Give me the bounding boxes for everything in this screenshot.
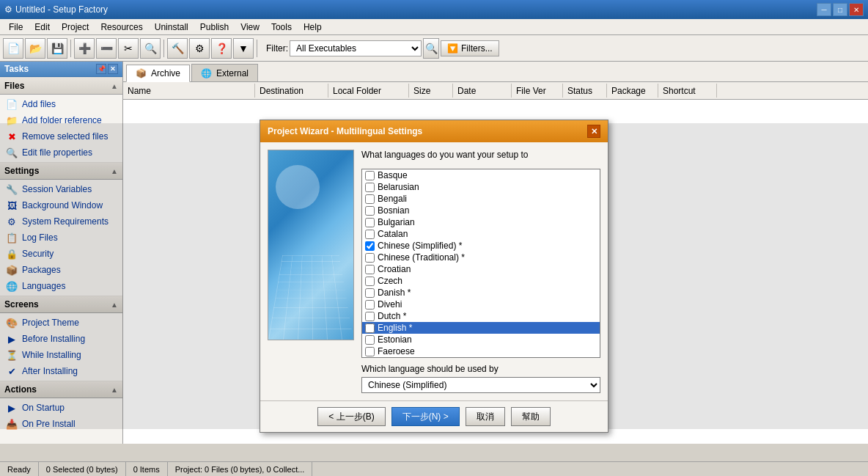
dialog-backdrop: Project Wizard - Multilingual Settings ✕… <box>0 123 868 429</box>
language-checkbox[interactable] <box>365 241 375 251</box>
menu-resources[interactable]: Resources <box>95 21 148 34</box>
cut-button[interactable]: ✂ <box>118 38 139 59</box>
col-shortcut[interactable]: Shortcut <box>658 84 717 98</box>
cancel-button[interactable]: 取消 <box>466 407 505 426</box>
tab-archive[interactable]: 📦 Archive <box>126 65 190 82</box>
tasks-header-controls: 📌 ✕ <box>96 64 118 74</box>
language-checkbox[interactable] <box>365 347 375 356</box>
search-button[interactable]: 🔍 <box>140 38 161 59</box>
minimize-button[interactable]: ─ <box>817 3 831 16</box>
language-checkbox[interactable] <box>365 288 375 298</box>
dropdown-button[interactable]: ▼ <box>233 38 254 59</box>
language-item[interactable]: Catalan <box>362 228 600 240</box>
col-file-ver[interactable]: File Ver <box>512 84 563 98</box>
open-button[interactable]: 📂 <box>25 38 45 59</box>
archive-tab-icon: 📦 <box>136 68 147 78</box>
col-destination[interactable]: Destination <box>255 84 328 98</box>
language-checkbox[interactable] <box>365 206 375 216</box>
menu-view[interactable]: View <box>235 21 265 34</box>
language-name: Basque <box>378 170 408 180</box>
menu-uninstall[interactable]: Uninstall <box>149 21 194 34</box>
filters-button[interactable]: 🔽 Filters... <box>441 40 499 56</box>
language-checkbox[interactable] <box>365 312 375 321</box>
filter-icon-button[interactable]: 🔍 <box>423 38 439 59</box>
col-status[interactable]: Status <box>563 84 607 98</box>
language-item[interactable]: Bulgarian <box>362 216 600 228</box>
language-checkbox[interactable] <box>365 300 375 310</box>
language-item[interactable]: Chinese (Simplified) * <box>362 240 600 252</box>
new-button[interactable]: 📄 <box>3 38 23 59</box>
build-button[interactable]: 🔨 <box>167 38 188 59</box>
language-item[interactable]: Divehi <box>362 299 600 310</box>
menu-file[interactable]: File <box>3 21 29 34</box>
tasks-label: Tasks <box>4 64 29 74</box>
language-checkbox[interactable] <box>365 253 375 263</box>
language-item[interactable]: Basque <box>362 169 600 181</box>
status-bar: Ready 0 Selected (0 bytes) 0 Items Proje… <box>0 461 868 476</box>
filter-select[interactable]: All Executables All Files Executables On… <box>290 40 422 56</box>
help-button[interactable]: ❓ <box>211 38 232 59</box>
col-name[interactable]: Name <box>123 84 255 98</box>
col-local-folder[interactable]: Local Folder <box>328 84 409 98</box>
language-item[interactable]: Bengali <box>362 193 600 205</box>
language-item[interactable]: Estonian <box>362 334 600 345</box>
menu-project[interactable]: Project <box>56 21 95 34</box>
tasks-panel-header: Tasks 📌 ✕ <box>0 62 122 77</box>
language-name: Bengali <box>378 194 407 204</box>
dialog-close-button[interactable]: ✕ <box>587 125 600 138</box>
language-name: Chinese (Traditional) * <box>378 252 465 263</box>
status-items: 0 Items <box>126 462 168 476</box>
language-checkbox[interactable] <box>365 194 375 204</box>
language-checkbox[interactable] <box>365 230 375 239</box>
add-button[interactable]: ➕ <box>74 38 95 59</box>
language-list[interactable]: BasqueBelarusianBengaliBosnianBulgarianC… <box>362 169 600 357</box>
tasks-pin-icon[interactable]: 📌 <box>96 64 106 74</box>
language-item[interactable]: Czech <box>362 275 600 287</box>
prev-button[interactable]: < 上一步(B) <box>317 407 385 426</box>
next-button[interactable]: 下一步(N) > <box>391 407 460 426</box>
language-checkbox[interactable] <box>365 218 375 227</box>
language-item[interactable]: Dutch * <box>362 310 600 322</box>
col-size[interactable]: Size <box>409 84 453 98</box>
tab-bar: 📦 Archive 🌐 External <box>123 62 868 82</box>
menu-publish[interactable]: Publish <box>194 21 235 34</box>
language-item[interactable]: Danish * <box>362 287 600 299</box>
dialog: Project Wizard - Multilingual Settings ✕… <box>260 120 608 433</box>
task-add-files[interactable]: 📄 Add files <box>0 96 122 112</box>
title-text: ⚙ Untitled - Setup Factory <box>4 4 108 15</box>
default-language-select[interactable]: Chinese (Simplified) English French Germ… <box>361 377 600 393</box>
language-checkbox[interactable] <box>365 171 375 180</box>
help-button[interactable]: 幫助 <box>511 407 551 426</box>
external-tab-label: External <box>216 68 249 78</box>
language-checkbox[interactable] <box>365 335 375 345</box>
tab-external[interactable]: 🌐 External <box>191 64 258 81</box>
language-checkbox[interactable] <box>365 183 375 192</box>
close-button[interactable]: ✕ <box>849 3 864 16</box>
col-package[interactable]: Package <box>607 84 658 98</box>
language-item[interactable]: Bosnian <box>362 205 600 216</box>
language-name: Bosnian <box>378 205 409 216</box>
settings-button[interactable]: ⚙ <box>189 38 210 59</box>
language-name: English * <box>378 323 412 333</box>
menu-tools[interactable]: Tools <box>265 21 298 34</box>
filter-icon: 🔽 <box>447 43 458 54</box>
toolbar-separator-2 <box>163 40 164 57</box>
language-checkbox[interactable] <box>365 265 375 274</box>
col-date[interactable]: Date <box>453 84 512 98</box>
language-item[interactable]: Croatian <box>362 263 600 275</box>
remove-button[interactable]: ➖ <box>96 38 117 59</box>
files-section-label: Files <box>4 81 24 91</box>
language-checkbox[interactable] <box>365 323 375 333</box>
save-button[interactable]: 💾 <box>47 38 67 59</box>
tasks-close-icon[interactable]: ✕ <box>108 64 118 74</box>
language-checkbox[interactable] <box>365 277 375 286</box>
menu-help[interactable]: Help <box>298 21 328 34</box>
language-name: Czech <box>378 276 402 286</box>
maximize-button[interactable]: □ <box>833 3 847 16</box>
menu-edit[interactable]: Edit <box>29 21 56 34</box>
language-item[interactable]: English * <box>362 322 600 334</box>
files-section-header[interactable]: Files ▲ <box>0 77 122 95</box>
language-item[interactable]: Faeroese <box>362 345 600 357</box>
language-item[interactable]: Chinese (Traditional) * <box>362 252 600 263</box>
language-item[interactable]: Belarusian <box>362 181 600 193</box>
